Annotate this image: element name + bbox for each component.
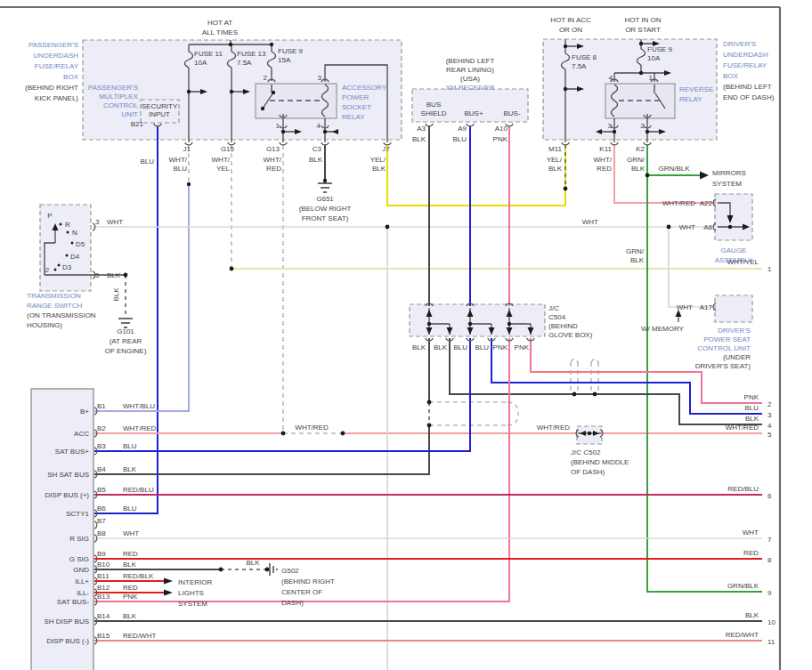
label-multiplex-unit: MULTIPLEX — [99, 93, 139, 101]
signal-g-sig: G SIG — [69, 555, 89, 563]
wire-color: PNK — [744, 393, 759, 401]
label-g101: OF ENGINE) — [105, 347, 147, 355]
pin-a8: A8 — [703, 223, 712, 231]
wire-c504-pnk1 — [94, 338, 509, 601]
label-xm-loc: REAR LINING) — [446, 66, 494, 74]
wire-color: RED/BLU — [123, 486, 154, 494]
label-fuse11: FUSE 11 — [194, 50, 223, 58]
wire-color: WHT/RED — [726, 424, 759, 432]
label-trans-switch: RANGE SWITCH — [27, 302, 82, 310]
wire-color: BLK — [107, 271, 121, 279]
pin-m11: M11 — [548, 145, 563, 153]
label-interior-lights: LIGHTS — [178, 589, 204, 597]
wire-color: BLK — [123, 612, 137, 620]
label-xm-loc: (BEHIND LEFT — [446, 57, 495, 65]
label-security-input: SECURITY — [142, 102, 178, 110]
wire-color: BLK — [246, 559, 260, 567]
gear-d3: D3 — [62, 263, 72, 271]
gear-n: N — [72, 229, 77, 237]
label-seat-unit-loc: DRIVER'S SEAT) — [695, 362, 751, 370]
label-reverse-relay: RELAY — [679, 95, 702, 103]
wire-color: BLK — [745, 611, 759, 619]
wire-color: BLU — [140, 157, 154, 165]
label-passenger-box-loc: KICK PANEL) — [35, 94, 79, 102]
label-g101: G101 — [117, 327, 134, 335]
pin-a9: A9 — [458, 125, 467, 133]
label-reverse-relay: REVERSE — [679, 85, 713, 93]
pin-a22: A22 — [700, 199, 713, 207]
wire-color: BLU — [452, 135, 467, 143]
wire-color: BLU — [173, 165, 187, 173]
label-hot-at-all-times: HOT AT — [207, 19, 232, 27]
label-bus-plus: BUS+ — [464, 109, 483, 117]
label-trans-switch-loc: HOUSING) — [27, 321, 62, 329]
wire-color: WHT/RED — [662, 199, 696, 207]
pin-relay2-2: 2 — [641, 122, 646, 130]
shield-bracket-c504 — [429, 402, 518, 425]
pin-b2: B2 — [97, 424, 106, 432]
label-interior-lights: INTERIOR — [178, 578, 212, 586]
wire-color: WHT/ — [212, 156, 231, 164]
pin-b10: B10 — [97, 561, 110, 569]
wire-color: BLU — [123, 505, 137, 513]
label-multiplex-unit: PASSENGER'S — [88, 84, 138, 92]
wire-color: YEL/ — [370, 156, 386, 164]
wire-color: WHT/RED — [295, 424, 329, 432]
signal-scty1: SCTY1 — [66, 510, 89, 518]
wire-color: WHT — [582, 218, 598, 226]
edge-number-2: 2 — [767, 400, 772, 408]
label-jc-c502: J/C C502 — [571, 448, 601, 456]
pin-c3: C3 — [313, 145, 322, 153]
pin-a3: A3 — [417, 125, 426, 133]
pin-a10: A10 — [495, 125, 508, 133]
pin-k11: K11 — [599, 145, 612, 153]
wire-color: YEL/ — [547, 156, 563, 164]
gear-d4: D4 — [70, 253, 80, 261]
label-multiplex-unit: CONTROL — [103, 101, 139, 109]
pin-b3: B3 — [97, 442, 106, 450]
driver-power-seat-unit-box — [715, 295, 752, 322]
pin-b13: B13 — [97, 593, 110, 601]
label-seat-unit: DRIVER'S — [718, 327, 751, 335]
label-fuse13: 7.5A — [237, 59, 252, 67]
pin-relay1-1: 1 — [276, 122, 280, 130]
pin-b14: B14 — [97, 612, 110, 620]
label-w-memory: W/ MEMORY — [641, 325, 685, 333]
signal-b-plus: B+ — [80, 408, 89, 416]
label-fuse9-15a: 15A — [278, 56, 291, 64]
label-fuse8: FUSE 8 — [572, 53, 597, 61]
edge-number-3: 3 — [767, 411, 772, 419]
label-driver-box-loc: END OF DASH) — [723, 93, 775, 101]
label-passenger-box-loc: (BEHIND RIGHT — [25, 84, 78, 92]
wire-color: RED/WHT — [123, 632, 156, 640]
label-seat-unit: POWER SEAT — [703, 335, 751, 343]
ground-g502 — [270, 563, 277, 576]
wire-color: WHT/RED — [123, 424, 157, 432]
wire-color: GRN/ — [626, 247, 645, 255]
signal-sh-sat-bus: SH SAT BUS — [47, 471, 89, 479]
wire-color: BLK — [123, 561, 137, 569]
label-g502: (BEHIND RIGHT — [281, 577, 335, 585]
pin-relay2-1: 1 — [649, 74, 654, 82]
wire-color: BLU — [475, 343, 489, 351]
label-driver-box: FUSE/RELAY — [723, 61, 767, 69]
label-accessory-relay: RELAY — [342, 113, 365, 121]
label-g651: G651 — [316, 195, 334, 203]
label-g101: (AT REAR — [110, 337, 142, 345]
wire-color: RED — [123, 584, 138, 592]
label-driver-box: DRIVER'S — [723, 40, 756, 48]
pin-b7: B7 — [97, 517, 106, 525]
pin-j7: J7 — [383, 145, 391, 153]
wire-color: GRN/BLK — [727, 582, 759, 590]
pin-a17: A17 — [700, 303, 713, 311]
label-fuse11: 10A — [194, 59, 207, 67]
label-seat-unit: CONTROL UNIT — [697, 344, 751, 352]
label-accessory-relay: SOCKET — [342, 103, 371, 111]
label-accessory-relay: ACCESSORY — [342, 84, 387, 92]
signal-r-sig: R SIG — [69, 535, 89, 543]
pin-b5: B5 — [97, 486, 106, 494]
ground-g101 — [118, 319, 133, 327]
label-g502: G502 — [281, 567, 299, 575]
wire-color: WHT/RED — [537, 424, 571, 432]
label-jc-c504: C504 — [548, 313, 566, 321]
